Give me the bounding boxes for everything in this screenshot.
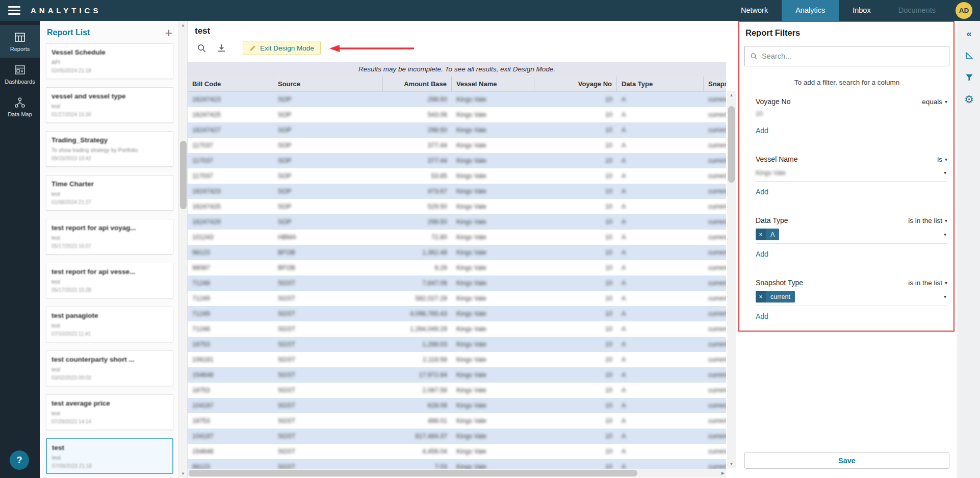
cell-bill-code: 101243 xyxy=(188,230,273,245)
column-header-amount-base[interactable]: Amount Base xyxy=(383,77,452,91)
column-header-snapshot-type[interactable]: Snapshot Type xyxy=(704,77,726,91)
hamburger-menu-icon[interactable] xyxy=(8,6,20,15)
filter-operator-dropdown[interactable]: equals▾ xyxy=(922,98,947,106)
table-row[interactable]: 16247423SOP298.50Kings Vale10Acurrent xyxy=(188,92,726,107)
scroll-up-icon[interactable]: ▲ xyxy=(727,93,736,97)
search-icon[interactable] xyxy=(197,43,207,53)
table-row[interactable]: 16247427SOP298.50Kings Vale10Acurrent xyxy=(188,122,726,138)
help-button[interactable]: ? xyxy=(10,450,29,470)
table-row[interactable]: 98123BFOB1,362.48Kings Vale10Acurrent xyxy=(188,245,726,260)
table-row[interactable]: 18753SGST2,087.58Kings Vale10Acurrent xyxy=(188,383,726,398)
table-row[interactable]: 16247429SOP298.50Kings Vale10Acurrent xyxy=(188,214,726,230)
save-button[interactable]: Save xyxy=(744,452,949,469)
scroll-right-icon[interactable]: ▶ xyxy=(721,471,725,475)
filter-value-input[interactable]: 10 xyxy=(756,110,947,120)
filter-operator-dropdown[interactable]: is▾ xyxy=(937,156,947,163)
cell-amount-base: 1,288.03 xyxy=(383,337,452,352)
collapse-panel-icon[interactable]: « xyxy=(963,27,976,40)
table-row[interactable]: 104187SGST628.08Kings Vale10Acurrent xyxy=(188,398,726,413)
scroll-down-icon[interactable]: ▼ xyxy=(179,471,187,476)
report-card[interactable]: test panagiotetest07/10/2023 11:41 xyxy=(46,307,173,342)
app-title: ANALYTICS xyxy=(31,6,101,15)
table-row[interactable]: 18753SGST1,288.03Kings Vale10Acurrent xyxy=(188,337,726,352)
cell-snapshot-type: current xyxy=(704,214,726,230)
filter-search-input[interactable] xyxy=(762,52,944,60)
filter-value-dropdown[interactable]: Kings Vale▾ xyxy=(756,167,947,182)
design-tools-icon[interactable] xyxy=(963,49,976,62)
cell-source: SOP xyxy=(273,138,383,153)
table-row[interactable]: 16247425SOP543.06Kings Vale10Acurrent xyxy=(188,107,726,122)
table-row[interactable]: 104187SGST817,484.37Kings Vale10Acurrent xyxy=(188,429,726,444)
column-header-vessel-name[interactable]: Vessel Name xyxy=(452,77,534,91)
filter-value-dropdown[interactable]: ×A▾ xyxy=(756,229,947,244)
table-row[interactable]: 98087BFOB6.26Kings Vale10Acurrent xyxy=(188,260,726,275)
table-row[interactable]: 154648SGST4,456.04Kings Vale10Acurrent xyxy=(188,444,726,459)
table-row[interactable]: 71249SGST4,098,765.43Kings Vale10Acurren… xyxy=(188,306,726,321)
sidebar-item-dashboards[interactable]: Dashboards xyxy=(0,58,40,90)
table-row[interactable]: 18753SGST486.01Kings Vale10Acurrent xyxy=(188,413,726,429)
add-report-button[interactable]: + xyxy=(165,28,172,38)
remove-chip-icon[interactable]: × xyxy=(756,229,766,240)
cell-data-type: A xyxy=(617,168,704,184)
table-row[interactable]: 71249SGST582,027.28Kings Vale10Acurrent xyxy=(188,291,726,306)
add-filter-value-link[interactable]: Add xyxy=(756,250,768,258)
table-row[interactable]: 117037SOP377.44Kings Vale10Acurrent xyxy=(188,138,726,153)
report-card[interactable]: testtest07/09/2023 21:18 xyxy=(46,438,173,474)
filter-operator-dropdown[interactable]: is in the list▾ xyxy=(908,279,947,287)
add-filter-value-link[interactable]: Add xyxy=(756,127,768,135)
table-row[interactable]: 106181SGST2,118.58Kings Vale10Acurrent xyxy=(188,352,726,367)
table-row[interactable]: 101243HBMA72.80Kings Vale10Acurrent xyxy=(188,230,726,245)
report-card-title: vessel and vessel type xyxy=(51,92,168,100)
table-row[interactable]: 16247425SOP529.50Kings Vale10Acurrent xyxy=(188,199,726,214)
cell-data-type: A xyxy=(617,275,704,291)
scroll-down-icon[interactable]: ▼ xyxy=(727,462,736,466)
table-row[interactable]: 98123SGST7.03Kings Vale10Acurrent xyxy=(188,459,726,469)
top-nav-analytics[interactable]: Analytics xyxy=(782,0,839,21)
scroll-up-icon[interactable]: ▲ xyxy=(179,23,187,28)
cell-snapshot-type: current xyxy=(704,413,726,429)
table-row[interactable]: 154648SGST17,972.84Kings Vale10Acurrent xyxy=(188,367,726,383)
report-card[interactable]: Time Chartertest01/08/2024 21:27 xyxy=(46,175,173,211)
report-card[interactable]: Vessel ScheduleAPI02/05/2024 21:18 xyxy=(46,43,173,79)
table-horizontal-scrollbar-thumb[interactable] xyxy=(189,470,637,476)
top-nav-network[interactable]: Network xyxy=(727,0,782,21)
report-card[interactable]: test report for api voyag...test05/17/20… xyxy=(46,219,173,255)
table-row[interactable]: 117037SOP53.85Kings Vale10Acurrent xyxy=(188,168,726,184)
report-card[interactable]: Trading_StrategyTo show trading strategy… xyxy=(46,131,173,167)
filter-group-header: Snapshot Typeis in the list▾ xyxy=(756,279,947,287)
filter-value-dropdown[interactable]: ×current▾ xyxy=(756,291,947,306)
cell-voyage-no: 10 xyxy=(534,383,617,398)
table-vertical-scrollbar[interactable]: ▲ ▼ xyxy=(727,91,736,468)
column-header-voyage-no[interactable]: Voyage No xyxy=(534,77,617,91)
report-card[interactable]: test counterparty short ...test03/02/202… xyxy=(46,350,173,386)
sidebar-item-data-map[interactable]: Data Map xyxy=(0,90,40,123)
top-nav-documents[interactable]: Documents xyxy=(885,0,949,21)
column-header-source[interactable]: Source xyxy=(273,77,383,91)
report-list-scrollbar-thumb[interactable] xyxy=(180,141,187,209)
remove-chip-icon[interactable]: × xyxy=(756,291,766,303)
table-horizontal-scrollbar[interactable]: ▶ xyxy=(188,469,726,477)
report-card[interactable]: test report for api vesse...test05/17/20… xyxy=(46,263,173,298)
add-filter-value-link[interactable]: Add xyxy=(756,188,768,196)
exit-design-mode-button[interactable]: Exit Design Mode xyxy=(243,41,321,55)
cell-data-type: A xyxy=(617,306,704,321)
column-header-data-type[interactable]: Data Type xyxy=(617,77,704,91)
settings-gear-icon[interactable]: ⚙ xyxy=(963,93,976,106)
avatar[interactable]: AD xyxy=(956,2,972,19)
top-nav-inbox[interactable]: Inbox xyxy=(839,0,884,21)
table-row[interactable]: 16247423SOP473.67Kings Vale10Acurrent xyxy=(188,184,726,199)
column-header-bill-code[interactable]: Bill Code xyxy=(188,77,273,91)
cell-vessel-name: Kings Vale xyxy=(452,214,534,230)
filter-icon[interactable] xyxy=(963,71,976,84)
add-filter-value-link[interactable]: Add xyxy=(756,312,768,320)
report-card[interactable]: test average pricetest07/29/2023 14:14 xyxy=(46,394,173,430)
download-icon[interactable] xyxy=(217,43,226,53)
table-vertical-scrollbar-thumb[interactable] xyxy=(728,106,735,183)
table-row[interactable]: 71248SGST1,264,049.29Kings Vale10Acurren… xyxy=(188,321,726,337)
filter-operator-dropdown[interactable]: is in the list▾ xyxy=(908,217,947,224)
table-row[interactable]: 71248SGST7,647.06Kings Vale10Acurrent xyxy=(188,275,726,291)
sidebar-item-reports[interactable]: Reports xyxy=(0,25,40,58)
report-card[interactable]: vessel and vessel typetest01/27/2024 15:… xyxy=(46,87,173,123)
report-list-scrollbar[interactable]: ▲ ▼ xyxy=(178,21,187,478)
table-row[interactable]: 117037SOP377.44Kings Vale10Acurrent xyxy=(188,153,726,168)
